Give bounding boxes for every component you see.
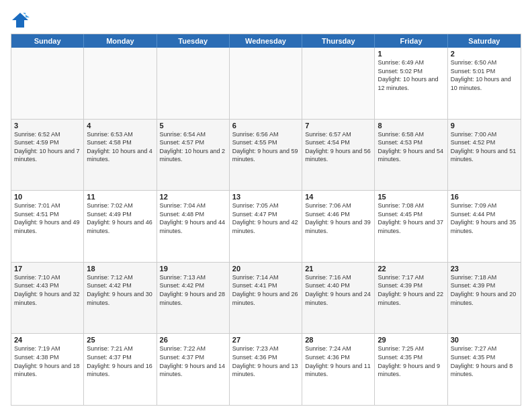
calendar-row-4: 24Sunrise: 7:19 AM Sunset: 4:38 PM Dayli…	[11, 333, 521, 405]
header-day-thursday: Thursday	[302, 34, 375, 48]
day-cell-6: 6Sunrise: 6:56 AM Sunset: 4:55 PM Daylig…	[230, 120, 302, 191]
day-info-10: Sunrise: 7:01 AM Sunset: 4:51 PM Dayligh…	[14, 201, 81, 235]
day-info-29: Sunrise: 7:25 AM Sunset: 4:35 PM Dayligh…	[378, 345, 444, 378]
day-info-17: Sunrise: 7:10 AM Sunset: 4:43 PM Dayligh…	[14, 273, 81, 307]
day-number-28: 28	[305, 336, 371, 344]
day-cell-11: 11Sunrise: 7:02 AM Sunset: 4:49 PM Dayli…	[84, 191, 157, 262]
calendar-row-1: 3Sunrise: 6:52 AM Sunset: 4:59 PM Daylig…	[11, 119, 521, 191]
day-cell-5: 5Sunrise: 6:54 AM Sunset: 4:57 PM Daylig…	[157, 120, 230, 191]
day-number-11: 11	[87, 193, 153, 201]
day-cell-15: 15Sunrise: 7:08 AM Sunset: 4:45 PM Dayli…	[375, 191, 447, 262]
day-cell-10: 10Sunrise: 7:01 AM Sunset: 4:51 PM Dayli…	[11, 191, 84, 262]
day-cell-1: 1Sunrise: 6:49 AM Sunset: 5:02 PM Daylig…	[375, 48, 447, 119]
day-cell-27: 27Sunrise: 7:23 AM Sunset: 4:36 PM Dayli…	[230, 334, 302, 405]
empty-cell-0-1	[84, 48, 157, 119]
day-cell-26: 26Sunrise: 7:22 AM Sunset: 4:37 PM Dayli…	[157, 334, 230, 405]
empty-cell-0-0	[11, 48, 84, 119]
day-info-24: Sunrise: 7:19 AM Sunset: 4:38 PM Dayligh…	[14, 345, 81, 378]
day-cell-30: 30Sunrise: 7:27 AM Sunset: 4:35 PM Dayli…	[448, 334, 521, 405]
day-cell-16: 16Sunrise: 7:09 AM Sunset: 4:44 PM Dayli…	[448, 191, 521, 262]
day-info-30: Sunrise: 7:27 AM Sunset: 4:35 PM Dayligh…	[451, 345, 518, 378]
day-number-23: 23	[451, 265, 518, 273]
day-info-5: Sunrise: 6:54 AM Sunset: 4:57 PM Dayligh…	[160, 130, 226, 164]
day-info-8: Sunrise: 6:58 AM Sunset: 4:53 PM Dayligh…	[378, 130, 444, 164]
day-number-22: 22	[378, 265, 444, 273]
day-info-2: Sunrise: 6:50 AM Sunset: 5:01 PM Dayligh…	[451, 58, 518, 92]
calendar-row-2: 10Sunrise: 7:01 AM Sunset: 4:51 PM Dayli…	[11, 190, 521, 262]
day-info-18: Sunrise: 7:12 AM Sunset: 4:42 PM Dayligh…	[87, 273, 153, 307]
day-cell-18: 18Sunrise: 7:12 AM Sunset: 4:42 PM Dayli…	[84, 263, 157, 334]
calendar-header: SundayMondayTuesdayWednesdayThursdayFrid…	[11, 34, 521, 48]
day-info-14: Sunrise: 7:06 AM Sunset: 4:46 PM Dayligh…	[305, 201, 371, 235]
calendar-row-0: 1Sunrise: 6:49 AM Sunset: 5:02 PM Daylig…	[11, 48, 521, 119]
day-number-1: 1	[378, 50, 444, 58]
header-day-friday: Friday	[375, 34, 447, 48]
day-number-8: 8	[378, 122, 444, 130]
day-cell-13: 13Sunrise: 7:05 AM Sunset: 4:47 PM Dayli…	[230, 191, 302, 262]
empty-cell-0-4	[302, 48, 375, 119]
day-cell-7: 7Sunrise: 6:57 AM Sunset: 4:54 PM Daylig…	[302, 120, 375, 191]
empty-cell-0-3	[230, 48, 302, 119]
day-info-6: Sunrise: 6:56 AM Sunset: 4:55 PM Dayligh…	[232, 130, 299, 164]
day-info-21: Sunrise: 7:16 AM Sunset: 4:40 PM Dayligh…	[305, 273, 371, 307]
day-number-30: 30	[451, 336, 518, 344]
day-info-22: Sunrise: 7:17 AM Sunset: 4:39 PM Dayligh…	[378, 273, 444, 307]
header-day-monday: Monday	[84, 34, 157, 48]
day-info-9: Sunrise: 7:00 AM Sunset: 4:52 PM Dayligh…	[451, 130, 518, 164]
day-number-7: 7	[305, 122, 371, 130]
calendar-body: 1Sunrise: 6:49 AM Sunset: 5:02 PM Daylig…	[11, 48, 521, 405]
day-number-29: 29	[378, 336, 444, 344]
day-info-25: Sunrise: 7:21 AM Sunset: 4:37 PM Dayligh…	[87, 345, 153, 378]
day-number-9: 9	[451, 122, 518, 130]
day-number-12: 12	[160, 193, 226, 201]
day-number-6: 6	[232, 122, 299, 130]
logo	[11, 11, 32, 30]
day-cell-20: 20Sunrise: 7:14 AM Sunset: 4:41 PM Dayli…	[230, 263, 302, 334]
day-info-19: Sunrise: 7:13 AM Sunset: 4:42 PM Dayligh…	[160, 273, 226, 307]
day-cell-12: 12Sunrise: 7:04 AM Sunset: 4:48 PM Dayli…	[157, 191, 230, 262]
day-cell-4: 4Sunrise: 6:53 AM Sunset: 4:58 PM Daylig…	[84, 120, 157, 191]
day-number-13: 13	[232, 193, 299, 201]
day-info-20: Sunrise: 7:14 AM Sunset: 4:41 PM Dayligh…	[232, 273, 299, 307]
day-cell-2: 2Sunrise: 6:50 AM Sunset: 5:01 PM Daylig…	[448, 48, 521, 119]
day-cell-29: 29Sunrise: 7:25 AM Sunset: 4:35 PM Dayli…	[375, 334, 447, 405]
calendar-row-3: 17Sunrise: 7:10 AM Sunset: 4:43 PM Dayli…	[11, 262, 521, 334]
day-cell-24: 24Sunrise: 7:19 AM Sunset: 4:38 PM Dayli…	[11, 334, 84, 405]
day-number-4: 4	[87, 122, 153, 130]
day-info-28: Sunrise: 7:24 AM Sunset: 4:36 PM Dayligh…	[305, 345, 371, 378]
day-cell-17: 17Sunrise: 7:10 AM Sunset: 4:43 PM Dayli…	[11, 263, 84, 334]
day-number-25: 25	[87, 336, 153, 344]
day-number-16: 16	[451, 193, 518, 201]
day-info-3: Sunrise: 6:52 AM Sunset: 4:59 PM Dayligh…	[14, 130, 81, 164]
day-cell-22: 22Sunrise: 7:17 AM Sunset: 4:39 PM Dayli…	[375, 263, 447, 334]
day-number-26: 26	[160, 336, 226, 344]
day-number-18: 18	[87, 265, 153, 273]
day-info-26: Sunrise: 7:22 AM Sunset: 4:37 PM Dayligh…	[160, 345, 226, 378]
header-area	[11, 8, 521, 30]
day-cell-19: 19Sunrise: 7:13 AM Sunset: 4:42 PM Dayli…	[157, 263, 230, 334]
day-info-1: Sunrise: 6:49 AM Sunset: 5:02 PM Dayligh…	[378, 58, 444, 92]
day-cell-21: 21Sunrise: 7:16 AM Sunset: 4:40 PM Dayli…	[302, 263, 375, 334]
day-number-19: 19	[160, 265, 226, 273]
day-number-20: 20	[232, 265, 299, 273]
day-info-13: Sunrise: 7:05 AM Sunset: 4:47 PM Dayligh…	[232, 201, 299, 235]
day-cell-8: 8Sunrise: 6:58 AM Sunset: 4:53 PM Daylig…	[375, 120, 447, 191]
day-number-24: 24	[14, 336, 81, 344]
day-cell-14: 14Sunrise: 7:06 AM Sunset: 4:46 PM Dayli…	[302, 191, 375, 262]
day-cell-25: 25Sunrise: 7:21 AM Sunset: 4:37 PM Dayli…	[84, 334, 157, 405]
day-info-27: Sunrise: 7:23 AM Sunset: 4:36 PM Dayligh…	[232, 345, 299, 378]
page: SundayMondayTuesdayWednesdayThursdayFrid…	[0, 0, 532, 411]
day-info-11: Sunrise: 7:02 AM Sunset: 4:49 PM Dayligh…	[87, 201, 153, 235]
day-cell-9: 9Sunrise: 7:00 AM Sunset: 4:52 PM Daylig…	[448, 120, 521, 191]
empty-cell-0-2	[157, 48, 230, 119]
header-day-wednesday: Wednesday	[230, 34, 302, 48]
calendar: SundayMondayTuesdayWednesdayThursdayFrid…	[11, 34, 521, 406]
day-info-16: Sunrise: 7:09 AM Sunset: 4:44 PM Dayligh…	[451, 201, 518, 235]
day-cell-3: 3Sunrise: 6:52 AM Sunset: 4:59 PM Daylig…	[11, 120, 84, 191]
day-info-23: Sunrise: 7:18 AM Sunset: 4:39 PM Dayligh…	[451, 273, 518, 307]
day-info-15: Sunrise: 7:08 AM Sunset: 4:45 PM Dayligh…	[378, 201, 444, 235]
day-number-17: 17	[14, 265, 81, 273]
header-day-tuesday: Tuesday	[157, 34, 230, 48]
day-number-27: 27	[232, 336, 299, 344]
day-number-15: 15	[378, 193, 444, 201]
